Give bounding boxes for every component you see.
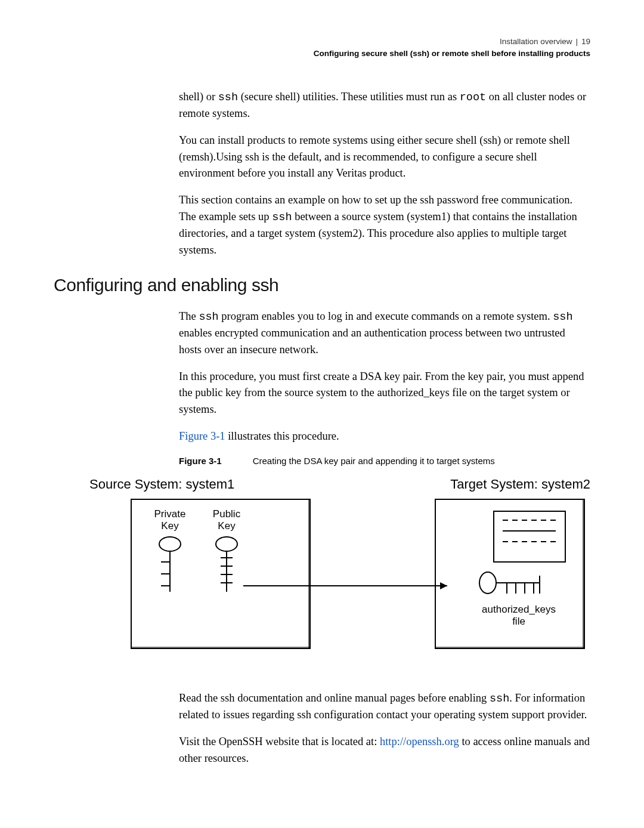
public-key-icon (216, 537, 237, 592)
svg-rect-21 (494, 511, 565, 562)
intro-para-2: You can install products to remote syste… (179, 132, 590, 181)
code-root: root (460, 91, 486, 104)
text-fragment: (secure shell) utilities. These utilitie… (238, 91, 460, 103)
text-fragment: The (179, 310, 199, 322)
section-para-2: In this procedure, you must first create… (179, 369, 590, 418)
section-heading: Configuring and enabling ssh (54, 275, 590, 295)
header-separator: | (575, 37, 578, 46)
text-fragment: Read the ssh documentation and online ma… (179, 692, 490, 704)
private-key-icon (159, 537, 181, 592)
private-key-label: Private (154, 508, 186, 520)
text-fragment: enables encrypted communication and an a… (179, 327, 565, 355)
figure-label: Figure 3-1 (179, 456, 222, 466)
intro-para-3: This section contains an example on how … (179, 192, 590, 258)
svg-point-25 (479, 572, 496, 594)
document-icon (494, 511, 565, 562)
code-ssh: ssh (553, 311, 572, 323)
svg-point-8 (159, 537, 181, 551)
section-para-4: Read the ssh documentation and online ma… (179, 690, 590, 724)
appended-key-icon (479, 572, 540, 594)
page-number: 19 (581, 37, 590, 46)
svg-marker-20 (440, 582, 447, 589)
openssh-link[interactable]: http://openssh.org (380, 736, 459, 747)
arrow-to-target (243, 582, 447, 589)
section-para-3: Figure 3-1 illustrates this procedure. (179, 428, 590, 444)
code-ssh: ssh (218, 91, 238, 104)
text-fragment: Visit the OpenSSH website that is locate… (179, 736, 380, 747)
diagram-svg: Private Key Public Key (89, 487, 590, 672)
text-fragment: shell) or (179, 91, 218, 103)
breadcrumb: Installation overview (500, 37, 572, 46)
svg-rect-3 (435, 499, 584, 648)
svg-point-13 (216, 537, 237, 551)
header-subtitle: Configuring secure shell (ssh) or remote… (54, 48, 590, 60)
text-fragment: program enables you to log in and execut… (219, 310, 553, 322)
figure-diagram: Private Key Public Key (89, 487, 590, 672)
code-ssh: ssh (199, 311, 218, 323)
code-ssh: ssh (490, 693, 509, 705)
figure-ref-link[interactable]: Figure 3-1 (179, 430, 225, 442)
svg-text:Key: Key (161, 520, 179, 532)
svg-text:Key: Key (218, 520, 236, 532)
figure-caption-row: Figure 3-1Creating the DSA key pair and … (179, 456, 590, 466)
authorized-keys-label: authorized_keys (482, 604, 556, 615)
section-para-5: Visit the OpenSSH website that is locate… (179, 734, 590, 767)
diagram-target-title: Target System: system2 (450, 477, 590, 492)
text-fragment: illustrates this procedure. (225, 430, 339, 442)
header-top-line: Installation overview|19 (54, 36, 590, 48)
authorized-keys-file: file (512, 616, 525, 627)
section-para-1: The ssh program enables you to log in an… (179, 308, 590, 358)
public-key-label: Public (213, 508, 241, 520)
figure-caption: Creating the DSA key pair and appending … (253, 456, 495, 466)
code-ssh: ssh (272, 211, 292, 224)
page-header: Installation overview|19 Configuring sec… (54, 36, 590, 60)
diagram-source-title: Source System: system1 (89, 477, 234, 492)
intro-para-1: shell) or ssh (secure shell) utilities. … (179, 89, 590, 122)
